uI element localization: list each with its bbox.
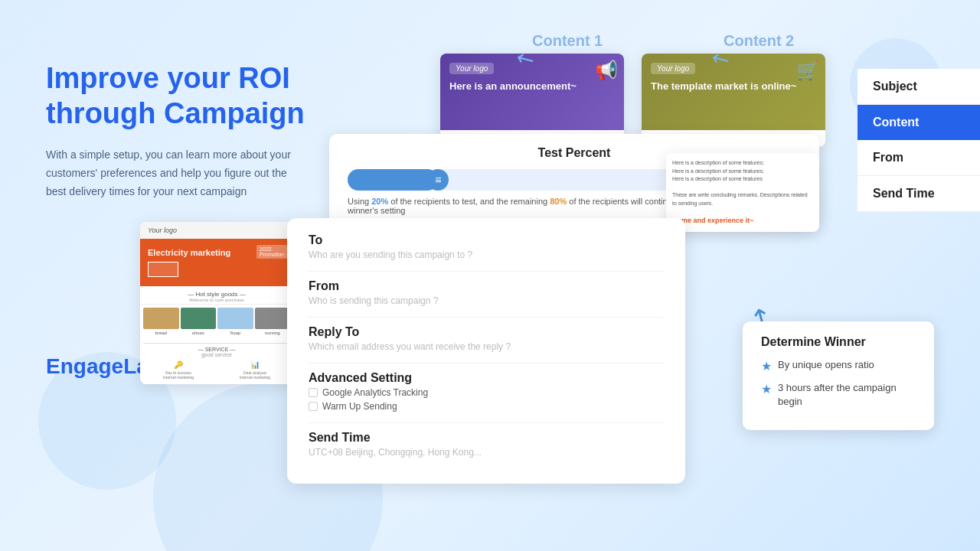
sidebar-subject[interactable]: Subject xyxy=(858,69,980,105)
subtitle: With a simple setup, you can learn more … xyxy=(46,146,306,201)
form-to-label: To xyxy=(309,233,664,247)
star-icon-1: ★ xyxy=(761,359,772,373)
email-banner: 2022 Promotion Electricity marketing xyxy=(140,239,293,286)
service-item-1: 🔑 Key to success Internet marketing xyxy=(143,360,214,380)
progress-bar-fill xyxy=(348,169,438,191)
service-item-2: 📊 Data analysis Internet marketing xyxy=(220,360,290,380)
winner-text-2: 3 hours after the campaign begin xyxy=(778,381,916,409)
sidebar-from[interactable]: From xyxy=(858,140,980,176)
form-reply-section: Reply To Which email address you want re… xyxy=(309,325,664,352)
card2-decoration: 🛒 xyxy=(796,60,819,81)
service-icon-1: 🔑 xyxy=(174,360,183,369)
product-nursing: nursing xyxy=(255,308,291,335)
form-from-section: From Who is sending this campaign ? xyxy=(309,279,664,306)
email-header: Your logo xyxy=(140,222,293,239)
form-from-placeholder: Who is sending this campaign ? xyxy=(309,295,664,306)
form-advanced-section: Advanced Setting Google Analytics Tracki… xyxy=(309,371,664,412)
email-banner-subtext xyxy=(148,262,178,277)
card1-headline: Here is an announcement~ xyxy=(449,80,577,93)
card2-logo: Your logo xyxy=(651,63,695,74)
form-send-time-label: Send Time xyxy=(309,431,664,445)
email-preview-right: Here is a description of some features; … xyxy=(666,153,819,232)
form-card: To Who are you sending this campaign to … xyxy=(287,218,685,484)
form-reply-placeholder: Which email address you want receive the… xyxy=(309,341,664,352)
warmup-label: Warm Up Sending xyxy=(322,401,397,412)
warmup-checkbox[interactable] xyxy=(309,402,318,411)
email-logo: Your logo xyxy=(148,227,177,234)
form-analytics-row: Google Analytics Tracking xyxy=(309,387,664,398)
analytics-checkbox[interactable] xyxy=(309,388,318,397)
email-hot-goods: — Hot style goods — Welcome to rush purc… xyxy=(140,286,293,305)
winner-text-1: By unique opens ratio xyxy=(778,358,874,372)
form-from-label: From xyxy=(309,279,664,293)
product-soap-img xyxy=(217,308,253,329)
content2-label: Content 2 xyxy=(724,32,794,50)
email-preview-left: Your logo 2022 Promotion Electricity mar… xyxy=(140,222,293,384)
form-warmup-row: Warm Up Sending xyxy=(309,401,664,412)
product-soap: Soap xyxy=(217,308,253,335)
card1-logo: Your logo xyxy=(449,63,494,74)
product-bread-img xyxy=(143,308,179,329)
progress-icon xyxy=(427,169,449,191)
email-preview-2-content: Here is a description of some features; … xyxy=(666,153,819,232)
sidebar-send-time[interactable]: Send Time xyxy=(858,176,980,212)
email-service: — SERVICE — good service 🔑 Key to succes… xyxy=(140,338,293,384)
email-preview-highlight: Come and experience it~ xyxy=(672,216,813,227)
sidebar-content[interactable]: Content xyxy=(858,105,980,140)
email-banner-tag: 2022 Promotion xyxy=(256,245,287,259)
form-send-time-section: Send Time UTC+08 Beijing, Chongqing, Hon… xyxy=(309,431,664,458)
email-service-row: 🔑 Key to success Internet marketing 📊 Da… xyxy=(143,360,290,380)
winner-item-1: ★ By unique opens ratio xyxy=(761,358,916,373)
product-nursing-img xyxy=(255,308,291,329)
right-sidebar: Subject Content From Send Time xyxy=(858,69,980,212)
winner-item-2: ★ 3 hours after the campaign begin xyxy=(761,381,916,409)
content-card-2: Your logo The template market is online~… xyxy=(642,54,825,147)
form-advanced-label: Advanced Setting xyxy=(309,371,664,385)
winner-title: Determine Winner xyxy=(761,335,916,349)
form-reply-label: Reply To xyxy=(309,325,664,339)
email-service-title: — SERVICE — good service xyxy=(143,343,290,357)
analytics-label: Google Analytics Tracking xyxy=(322,387,428,398)
card1-decoration: 📢 xyxy=(595,60,618,81)
product-shoes-img xyxy=(181,308,217,329)
email-products: bread shoes Soap nursing xyxy=(140,305,293,338)
form-send-time-value: UTC+08 Beijing, Chongqing, Hong Kong... xyxy=(309,447,664,458)
winner-card: Determine Winner ★ By unique opens ratio… xyxy=(743,321,934,430)
content1-label: Content 1 xyxy=(532,32,603,50)
product-bread: bread xyxy=(143,308,179,335)
service-icon-2: 📊 xyxy=(250,360,260,369)
star-icon-2: ★ xyxy=(761,382,772,396)
card2-headline: The template market is online~ xyxy=(651,80,796,93)
product-shoes: shoes xyxy=(181,308,217,335)
main-title: Improve your ROI through Campaign xyxy=(46,61,306,131)
form-to-section: To Who are you sending this campaign to … xyxy=(309,233,664,260)
form-to-placeholder: Who are you sending this campaign to ? xyxy=(309,249,664,260)
